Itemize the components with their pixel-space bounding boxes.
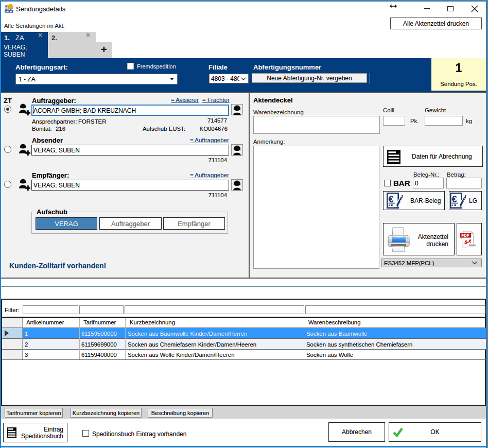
svg-text:PDF: PDF — [461, 233, 469, 238]
svg-text:€: € — [452, 194, 457, 204]
svg-text:Adobe: Adobe — [469, 244, 476, 247]
svg-text:€: € — [389, 194, 394, 204]
